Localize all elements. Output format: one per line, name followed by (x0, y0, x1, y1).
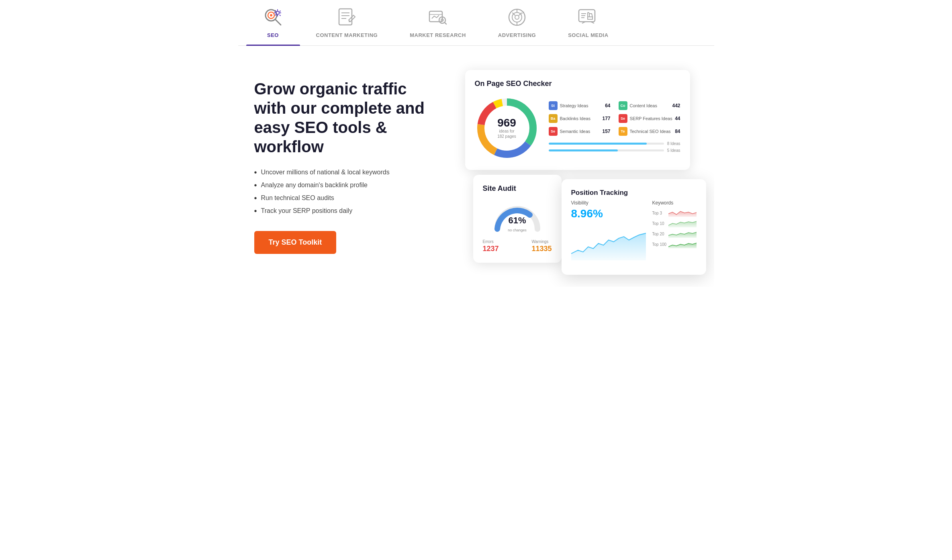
donut-sub: ideas for182 pages (497, 129, 516, 139)
backlinks-count: 177 (602, 116, 610, 121)
kw-top10: Top 10 (652, 219, 697, 227)
bullet-list: Uncover millions of national & local key… (254, 168, 441, 215)
position-tracking-card: Position Tracking Visibility 8.96% (562, 179, 706, 275)
technical-badge: Te (619, 127, 627, 136)
bullet-item-4: Track your SERP positions daily (254, 207, 441, 215)
visibility-section: Visibility 8.96% (571, 200, 646, 265)
hero-title: Grow organic traffic with our complete a… (254, 79, 441, 156)
visibility-value: 8.96% (571, 207, 646, 220)
svg-rect-9 (429, 11, 442, 22)
tab-advertising[interactable]: ↗ ADVERTISING (482, 0, 552, 45)
progress-bars: 8 Ideas 5 Ideas (549, 141, 680, 153)
seo-checker-body: 969 ideas for182 pages St Strategy Ideas… (475, 96, 680, 160)
bullet-item-1: Uncover millions of national & local key… (254, 168, 441, 176)
social-media-icon (577, 6, 599, 28)
seo-checker-card: On Page SEO Checker (465, 70, 690, 170)
legend-technical: Te Technical SEO Ideas 84 (619, 127, 680, 136)
strategy-count: 64 (605, 103, 610, 108)
main-content: Grow organic traffic with our complete a… (238, 46, 714, 287)
svg-line-1 (275, 19, 281, 25)
donut-center: 969 ideas for182 pages (497, 117, 516, 139)
keywords-section: Keywords Top 3 (652, 200, 697, 265)
errors-label: Errors (483, 239, 499, 244)
warnings-label: Warnings (531, 239, 552, 244)
bullet-item-2: Analyze any domain's backlink profile (254, 181, 441, 189)
legend-semantic: Se Semantic Ideas 157 (549, 127, 611, 136)
legend-backlinks: Ba Backlinks Ideas 177 (549, 114, 611, 123)
bullet-item-3: Run technical SEO audits (254, 194, 441, 202)
seo-icon (262, 6, 284, 28)
seo-checker-title: On Page SEO Checker (475, 80, 680, 88)
visibility-chart (571, 223, 646, 264)
progress-bar-row-2: 5 Ideas (549, 148, 680, 153)
semantic-count: 157 (602, 129, 610, 134)
progress-bar-row-1: 8 Ideas (549, 141, 680, 146)
nav-tabs: SEO CONTENT MARKETING (238, 0, 714, 46)
kw-tier-20: Top 20 (652, 232, 664, 236)
backlinks-label: Backlinks Ideas (560, 116, 600, 121)
tab-market-research-label: MARKET RESEARCH (410, 32, 466, 38)
donut-number: 969 (497, 117, 516, 129)
visibility-label: Visibility (571, 200, 646, 206)
tab-content-marketing-label: CONTENT MARKETING (316, 32, 378, 38)
serp-badge: Se (619, 114, 627, 123)
progress-fill-2 (549, 149, 618, 151)
position-tracking-title: Position Tracking (571, 189, 697, 197)
svg-line-13 (445, 22, 446, 24)
progress-label-1: 8 Ideas (667, 141, 680, 146)
progress-track-1 (549, 143, 664, 145)
donut-chart: 969 ideas for182 pages (475, 96, 539, 160)
serp-count: 44 (675, 116, 680, 121)
kw-sparkline-3 (668, 209, 697, 217)
kw-top20: Top 20 (652, 230, 697, 238)
kw-top3: Top 3 (652, 209, 697, 217)
errors-value: 1237 (483, 245, 499, 253)
warnings-value: 11335 (531, 245, 552, 253)
audit-stats: Errors 1237 Warnings 11335 (483, 239, 552, 253)
gauge-sub: no changes (508, 228, 527, 232)
tab-seo[interactable]: SEO (246, 0, 300, 45)
market-research-icon (427, 6, 449, 28)
content-marketing-icon (336, 6, 358, 28)
serp-label: SERP Features Ideas (630, 116, 673, 121)
technical-label: Technical SEO Ideas (630, 129, 673, 134)
backlinks-badge: Ba (549, 114, 558, 123)
audit-warnings: Warnings 11335 (531, 239, 552, 253)
tab-market-research[interactable]: MARKET RESEARCH (394, 0, 482, 45)
semantic-badge: Se (549, 127, 558, 136)
kw-tier-10: Top 10 (652, 221, 664, 226)
kw-sparkline-10 (668, 219, 697, 227)
svg-point-16 (515, 15, 519, 19)
site-audit-card: Site Audit 61% no changes Errors 1237 (473, 175, 562, 263)
tab-social-media-label: SOCIAL MEDIA (568, 32, 608, 38)
legend-content: Co Content Ideas 442 (619, 101, 680, 110)
technical-count: 84 (675, 129, 680, 134)
tab-social-media[interactable]: SOCIAL MEDIA (552, 0, 624, 45)
kw-tier-100: Top 100 (652, 242, 667, 247)
position-body: Visibility 8.96% (571, 200, 697, 265)
legend-strategy: St Strategy Ideas 64 (549, 101, 611, 110)
keywords-label: Keywords (652, 200, 697, 206)
right-section: On Page SEO Checker (465, 70, 690, 263)
site-audit-title: Site Audit (483, 184, 552, 193)
content-label: Content Ideas (630, 103, 670, 108)
tab-content-marketing[interactable]: CONTENT MARKETING (300, 0, 394, 45)
cta-button[interactable]: Try SEO Toolkit (254, 231, 337, 254)
semantic-label: Semantic Ideas (560, 129, 600, 134)
advertising-icon: ↗ (506, 6, 528, 28)
kw-top100: Top 100 (652, 240, 697, 248)
kw-tier-3: Top 3 (652, 211, 662, 215)
tab-seo-label: SEO (267, 32, 279, 38)
left-section: Grow organic traffic with our complete a… (254, 79, 441, 254)
legend-serp: Se SERP Features Ideas 44 (619, 114, 680, 123)
content-badge: Co (619, 101, 627, 110)
strategy-badge: St (549, 101, 558, 110)
svg-rect-5 (339, 9, 352, 25)
gauge-center: 61% no changes (508, 215, 527, 233)
kw-sparkline-20 (668, 230, 697, 238)
content-count: 442 (672, 103, 680, 108)
progress-label-2: 5 Ideas (667, 148, 680, 153)
progress-fill-1 (549, 143, 647, 145)
svg-text:↗: ↗ (521, 10, 525, 16)
progress-track-2 (549, 149, 664, 151)
